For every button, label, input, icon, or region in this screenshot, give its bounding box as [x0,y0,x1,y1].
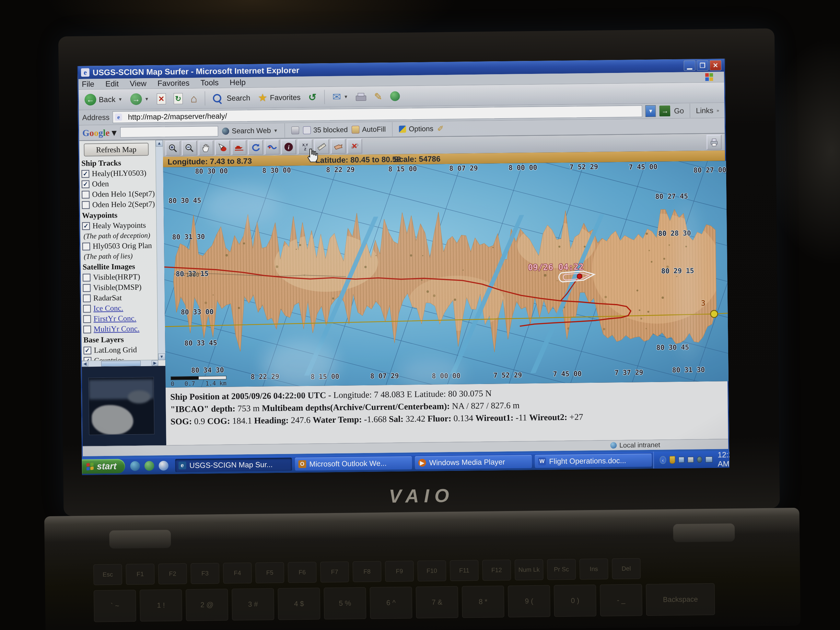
menu-file[interactable]: File [82,79,94,88]
network-icon[interactable] [679,457,685,463]
recenter-tool[interactable] [248,140,263,155]
checkbox-icon[interactable] [83,325,91,333]
checkbox-icon[interactable]: ✓ [82,222,90,230]
taskbar-task-microsoft-outlook-we[interactable]: OMicrosoft Outlook We... [295,456,412,471]
layer-toggle-firstyr-conc[interactable]: FirstYr Conc. [83,314,157,324]
checkbox-icon[interactable] [83,315,91,323]
options-button[interactable]: Options [399,125,433,133]
stop-button[interactable]: ✕ [154,92,169,106]
layer-toggle-latlong-grid[interactable]: ✓LatLong Grid [84,345,158,355]
go-label[interactable]: Go [674,106,684,115]
scroll-right-icon[interactable]: ▶ [152,360,158,366]
key-7[interactable]: 7 & [416,586,458,618]
display-icon[interactable] [706,456,713,463]
key-f6[interactable]: F6 [288,562,317,583]
google-search-input[interactable] [120,126,218,137]
menu-help[interactable]: Help [230,78,246,87]
taskbar-task-windows-media-player[interactable]: ▶Windows Media Player [415,455,532,469]
key-6[interactable]: 6 ^ [370,587,412,619]
waypoint-marker[interactable] [711,311,717,317]
layer-toggle-ice-conc[interactable]: Ice Conc. [83,303,157,313]
layer-toggle-visible-hrpt[interactable]: Visible(HRPT) [83,272,156,282]
info-tool[interactable]: i [281,139,296,155]
start-button[interactable]: start [82,459,125,474]
layer-toggle-radarsat[interactable]: RadarSat [83,293,157,303]
track-forward-tool[interactable] [264,140,279,155]
back-dropdown-icon[interactable]: ▼ [118,96,123,102]
google-search-web-button[interactable]: Search Web ▼ [222,126,278,136]
checkbox-icon[interactable] [83,305,91,313]
layer-toggle-healy-hly0503[interactable]: ✓Healy(HLY0503) [81,169,155,178]
back-button[interactable]: ← Back ▼ [82,92,125,107]
checkbox-icon[interactable] [83,273,90,281]
key-2[interactable]: 2 @ [186,589,228,621]
key-f1[interactable]: F1 [126,564,155,585]
layer-toggle-hly0503-orig-plan[interactable]: Hly0503 Orig Plan [82,241,156,251]
key-f8[interactable]: F8 [352,561,381,582]
zoom-in-tool[interactable] [165,141,180,156]
key-5[interactable]: 5 % [324,587,366,619]
popup-blocked-button[interactable]: 35 blocked [303,125,348,134]
print-map-button[interactable] [706,134,722,150]
quick-launch-media-icon[interactable] [158,461,168,471]
forward-button[interactable]: → ▼ [128,92,152,106]
links-chevron-icon[interactable]: » [717,107,719,113]
erase-tool[interactable] [347,139,362,154]
key-f3[interactable]: F3 [191,563,219,584]
select-track-tool[interactable] [215,141,230,156]
close-button[interactable]: ✕ [710,60,722,70]
checkbox-icon[interactable] [83,284,90,292]
edit-button[interactable]: ✎ [371,90,385,103]
layer-toggle-multiyr-conc[interactable]: MultiYr Conc. [83,324,157,334]
autofill-button[interactable]: AutoFill [352,125,386,134]
zoom-out-tool[interactable] [182,141,197,156]
layer-toggle-oden-helo-1-sept7[interactable]: Oden Helo 1(Sept7) [82,189,156,199]
key-f9[interactable]: F9 [385,561,414,582]
mail-button[interactable]: ✉ ▼ [330,89,351,104]
tray-chevron-icon[interactable]: ‹ [660,456,666,464]
key-ins[interactable]: Ins [579,558,608,579]
scroll-down-icon[interactable]: ▼ [158,354,165,360]
sidebar-horizontal-scrollbar[interactable]: ◀ ▶ [82,360,158,367]
checkbox-icon[interactable]: ✓ [84,346,92,354]
history-button[interactable]: ↺ [306,90,319,104]
key-pr-sc[interactable]: Pr Sc [547,559,576,580]
key-9[interactable]: 9 ( [508,585,550,617]
menu-favorites[interactable]: Favorites [158,79,189,87]
key-f5[interactable]: F5 [255,562,284,583]
quick-launch-messenger-icon[interactable] [144,461,154,471]
refresh-button[interactable]: ↻ [171,92,185,105]
menu-tools[interactable]: Tools [201,78,219,87]
links-label[interactable]: Links [696,106,713,115]
forward-dropdown-icon[interactable]: ▼ [145,96,149,101]
layer-toggle-healy-waypoints[interactable]: ✓Healy Waypoints [82,221,156,231]
checkbox-icon[interactable]: ✓ [81,170,89,178]
key-f10[interactable]: F10 [417,561,446,581]
print-button[interactable] [353,91,369,103]
map-canvas[interactable]: 80 30 008 30 008 22 298 15 008 07 298 00… [163,161,729,388]
key-f4[interactable]: F4 [223,562,252,584]
google-logo[interactable]: Google ▾ [82,127,116,138]
address-dropdown-button[interactable]: ▼ [646,105,656,117]
checkbox-icon[interactable] [82,242,90,250]
checkbox-icon[interactable] [82,201,90,209]
layer-toggle-visible-dmsp[interactable]: Visible(DMSP) [83,283,156,292]
update-icon[interactable] [688,456,694,463]
key-0[interactable]: 0 ) [554,585,596,617]
maximize-button[interactable]: ❐ [697,60,709,71]
key-backspace[interactable]: Backspace [646,583,715,616]
go-icon[interactable]: → [659,105,671,117]
key-[interactable]: ` ~ [94,590,136,622]
menu-view[interactable]: View [129,79,147,88]
key-del[interactable]: Del [612,558,641,579]
scroll-left-icon[interactable]: ◀ [82,361,88,367]
refresh-map-button[interactable]: Refresh Map [84,142,148,156]
pan-tool[interactable] [198,141,213,156]
key-f12[interactable]: F12 [482,560,511,581]
minimize-button[interactable]: ▁ [684,60,695,71]
security-shield-icon[interactable] [669,456,675,464]
checkbox-icon[interactable] [83,294,91,302]
taskbar-task-flight-operations-doc[interactable]: WFlight Operations.doc... [535,454,651,468]
key-3[interactable]: 3 # [232,588,274,620]
taskbar-task-usgs-scign-map-sur[interactable]: eUSGS-SCIGN Map Sur... [175,458,292,472]
